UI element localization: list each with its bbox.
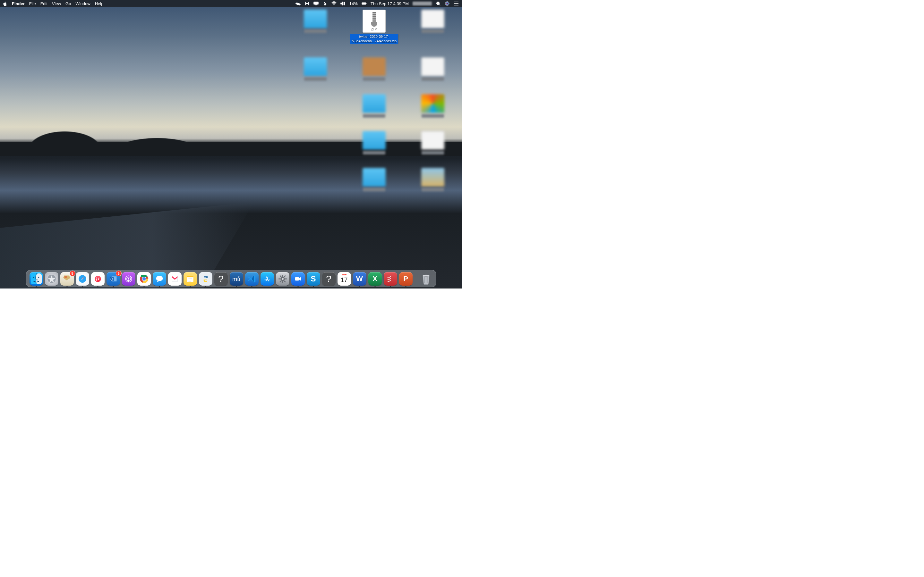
status-sync-icon[interactable] (296, 1, 300, 6)
menu-bar: Finder File Edit View Go Window Help 14%… (0, 0, 462, 7)
desktop-item-redacted[interactable] (349, 131, 399, 155)
zip-file-icon: ZIP (363, 10, 386, 33)
siri-icon[interactable] (445, 1, 450, 6)
status-bluetooth-icon[interactable] (322, 1, 328, 6)
menu-help[interactable]: Help (95, 1, 103, 6)
svg-point-45 (423, 275, 429, 276)
desktop-item-redacted[interactable] (409, 94, 457, 118)
svg-rect-41 (284, 276, 286, 277)
desktop-item-redacted[interactable] (349, 57, 399, 81)
dock-app-system-preferences[interactable] (276, 272, 289, 285)
dock-app-music[interactable] (91, 272, 105, 285)
dock-app-unknown[interactable]: ? (322, 272, 336, 285)
dock-app-mail[interactable]: 5 (60, 272, 74, 285)
svg-point-30 (156, 276, 163, 281)
dock-app-outlook[interactable]: 5 (107, 272, 120, 285)
dock-app-python-idle[interactable] (199, 272, 212, 285)
calendar-month: SEP (341, 273, 347, 276)
svg-point-17 (64, 276, 67, 278)
calendar-day: 17 (341, 276, 347, 284)
desktop-item-label: twitter-2020-09-17-f73e4cbdcbb...74f4acc… (350, 34, 398, 44)
menu-view[interactable]: View (52, 1, 61, 6)
svg-point-11 (454, 5, 454, 5)
menu-edit[interactable]: Edit (40, 1, 47, 6)
dock-app-powerpoint[interactable]: P (399, 272, 413, 285)
spotlight-icon[interactable] (436, 1, 441, 6)
svg-point-9 (454, 2, 454, 2)
dock-app-messages[interactable] (153, 272, 166, 285)
dock-app-vscode[interactable] (245, 272, 258, 285)
dock-app-zoom[interactable] (291, 272, 305, 285)
svg-rect-42 (279, 280, 281, 282)
svg-point-26 (128, 277, 129, 279)
desktop-item-redacted[interactable] (409, 131, 457, 155)
dock-app-launchpad[interactable] (45, 272, 58, 285)
svg-rect-38 (284, 279, 286, 279)
dock-app-finder[interactable] (29, 272, 43, 285)
status-wifi-icon[interactable] (331, 1, 336, 6)
svg-rect-33 (187, 276, 194, 277)
dock-app-excel[interactable]: X (368, 272, 382, 285)
svg-rect-4 (362, 3, 363, 4)
svg-point-43 (282, 278, 284, 280)
svg-rect-13 (36, 274, 42, 284)
dock-app-todoist[interactable] (384, 272, 397, 285)
dock-app-skype[interactable]: S (307, 272, 320, 285)
desktop-item-redacted[interactable] (409, 168, 457, 191)
desktop-item-twitter-zip[interactable]: ZIP twitter-2020-09-17-f73e4cbdcbb...74f… (349, 10, 399, 44)
desktop-item-redacted[interactable] (409, 10, 457, 44)
dock-app-safari[interactable] (76, 272, 89, 285)
dock-app-news[interactable] (168, 272, 182, 285)
desktop-icons: ZIP twitter-2020-09-17-f73e4cbdcbb...74f… (291, 10, 457, 191)
menu-window[interactable]: Window (75, 1, 90, 6)
dock-app-podcasts[interactable] (122, 272, 136, 285)
dock-app-word[interactable]: W (353, 272, 367, 285)
svg-point-15 (38, 277, 39, 277)
status-datetime[interactable]: Thu Sep 17 4:39 PM (371, 1, 409, 6)
status-battery-icon[interactable] (362, 1, 367, 6)
dock-app-chrome[interactable] (137, 272, 151, 285)
dock-app-appstore[interactable] (260, 272, 274, 285)
svg-point-1 (334, 5, 334, 5)
menu-file[interactable]: File (29, 1, 36, 6)
svg-rect-37 (278, 279, 280, 279)
svg-rect-44 (295, 277, 299, 280)
dock-badge: 5 (69, 271, 75, 276)
status-volume-icon[interactable] (341, 1, 346, 6)
status-malwarebytes-icon[interactable] (304, 1, 310, 6)
dock-app-musescore[interactable]: mů (230, 272, 243, 285)
status-airplay-icon[interactable] (313, 1, 318, 6)
dock-app-calendar[interactable]: SEP 17 (338, 272, 351, 285)
dock-app-unknown[interactable]: ? (214, 272, 228, 285)
dock-separator (416, 271, 416, 285)
notification-center-icon[interactable] (454, 1, 459, 6)
dock-trash[interactable] (419, 272, 433, 285)
desktop-item-redacted[interactable] (349, 168, 399, 191)
svg-rect-36 (282, 281, 283, 283)
dock-app-notes[interactable] (184, 272, 197, 285)
menu-go[interactable]: Go (65, 1, 71, 6)
svg-point-14 (33, 277, 34, 277)
desktop-item-redacted[interactable] (349, 94, 399, 118)
svg-rect-0 (314, 2, 318, 5)
status-battery-percent: 14% (349, 1, 358, 6)
dock-badge: 5 (116, 271, 121, 276)
apple-menu-icon[interactable] (3, 2, 7, 6)
dock: 5 5 ? mů (26, 270, 436, 287)
svg-point-20 (95, 276, 101, 282)
desktop-item-redacted[interactable] (291, 10, 340, 44)
desktop-item-redacted[interactable] (409, 57, 457, 81)
svg-rect-3 (366, 3, 367, 4)
active-app-name[interactable]: Finder (12, 1, 25, 6)
status-username-redacted (413, 2, 432, 5)
svg-point-10 (454, 3, 454, 4)
desktop-item-redacted[interactable] (291, 57, 340, 81)
svg-rect-39 (279, 276, 281, 277)
svg-rect-40 (284, 280, 286, 282)
svg-rect-35 (282, 275, 283, 277)
svg-point-5 (437, 2, 439, 5)
